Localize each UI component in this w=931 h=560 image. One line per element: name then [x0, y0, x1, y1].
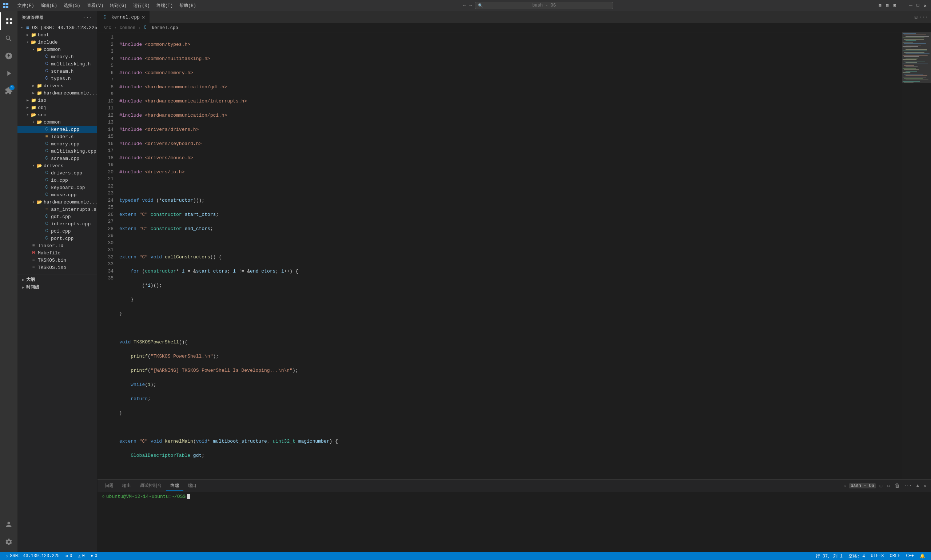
- tree-obj[interactable]: ▶ 📁 obj: [17, 104, 97, 111]
- status-ssh[interactable]: ⚡ SSH: 43.139.123.225: [3, 554, 63, 559]
- panel-tab-terminal[interactable]: 终端: [166, 481, 183, 491]
- tree-common-src[interactable]: ▾ 📂 common: [17, 118, 97, 126]
- tree-port-cpp[interactable]: ▶ C port.cpp: [17, 235, 97, 242]
- timeline-section[interactable]: ▶ 时间线: [17, 283, 97, 291]
- breadcrumb-src[interactable]: src: [103, 25, 111, 31]
- activity-run[interactable]: [0, 65, 17, 82]
- tree-scream-cpp[interactable]: ▶ C scream.cpp: [17, 155, 97, 162]
- tree-hwcomm-src[interactable]: ▾ 📂 hardwarecommunic...: [17, 198, 97, 206]
- file-makefile-label: Makefile: [38, 251, 60, 256]
- tree-include[interactable]: ▾ 📂 include: [17, 38, 97, 46]
- panel-split-btn[interactable]: ⊡: [842, 483, 848, 489]
- status-position[interactable]: 行 37, 列 1: [813, 553, 846, 559]
- drivers-inc-arrow: ▶: [31, 83, 36, 89]
- kill-terminal-btn[interactable]: 🗑: [893, 482, 901, 489]
- more-actions-btn[interactable]: ···: [919, 14, 928, 20]
- folder-obj-label: obj: [38, 105, 46, 111]
- tree-memory-h[interactable]: ▶ C memory.h: [17, 53, 97, 60]
- tree-memory-cpp[interactable]: ▶ C memory.cpp: [17, 140, 97, 148]
- status-eol[interactable]: CRLF: [887, 554, 903, 558]
- svg-rect-2: [3, 6, 5, 8]
- split-terminal-btn[interactable]: ⊟: [886, 483, 891, 489]
- close-panel-btn[interactable]: ✕: [922, 482, 928, 490]
- activity-extensions[interactable]: 1: [0, 82, 17, 100]
- status-errors[interactable]: ⊗ 0: [63, 554, 75, 559]
- menu-help[interactable]: 帮助(H): [176, 2, 199, 9]
- folder-boot-label: boot: [38, 32, 49, 38]
- tree-multitasking-h[interactable]: ▶ C multitasking.h: [17, 60, 97, 68]
- tree-linker-ld[interactable]: ▶ ≡ linker.ld: [17, 242, 97, 249]
- activity-settings[interactable]: [0, 533, 17, 551]
- tree-multitasking-cpp[interactable]: ▶ C multitasking.cpp: [17, 148, 97, 155]
- tree-keyboard-cpp[interactable]: ▶ C keyboard.cpp: [17, 184, 97, 191]
- code-editor[interactable]: 12345 678910 1112131415 1617181920 21222…: [97, 32, 931, 479]
- activity-explorer[interactable]: [0, 12, 17, 30]
- maximize-panel-btn[interactable]: ▲: [915, 482, 920, 489]
- tree-loader-s[interactable]: ▶ ≡ loader.s: [17, 133, 97, 140]
- tab-close-btn[interactable]: ✕: [142, 14, 145, 20]
- tree-tkskos-iso[interactable]: ▶ ≡ TKSKOS.iso: [17, 264, 97, 271]
- tree-io-cpp[interactable]: ▶ C io.cpp: [17, 177, 97, 184]
- layout-btn-3[interactable]: ⊠: [892, 3, 897, 8]
- line-numbers: 12345 678910 1112131415 1617181920 21222…: [97, 32, 116, 479]
- tree-common-inc[interactable]: ▾ 📂 common: [17, 46, 97, 53]
- boot-arrow: ▶: [25, 32, 31, 38]
- panel-tab-ports[interactable]: 端口: [183, 481, 201, 491]
- status-spaces[interactable]: 空格: 4: [846, 553, 868, 559]
- panel-tab-debug[interactable]: 调试控制台: [135, 481, 166, 491]
- tree-pci-cpp[interactable]: ▶ C pci.cpp: [17, 228, 97, 235]
- menu-view[interactable]: 查看(V): [84, 2, 107, 9]
- code-content[interactable]: #include <common/types.h> #include <comm…: [116, 32, 902, 479]
- tree-kernel-cpp[interactable]: ▶ C kernel.cpp: [17, 126, 97, 133]
- tree-boot[interactable]: ▶ 📁 boot: [17, 31, 97, 38]
- status-notifications-btn[interactable]: 🔔: [917, 554, 928, 559]
- sidebar-more-btn[interactable]: ···: [83, 15, 93, 20]
- restore-btn[interactable]: □: [915, 3, 921, 8]
- breadcrumb-common[interactable]: common: [120, 25, 135, 31]
- menu-edit[interactable]: 编辑(E): [38, 2, 60, 9]
- activity-search[interactable]: [0, 30, 17, 47]
- breadcrumb-file[interactable]: kernel.cpp: [152, 25, 178, 31]
- tree-tkskos-bin[interactable]: ▶ ≡ TKSKOS.bin: [17, 257, 97, 264]
- add-terminal-btn[interactable]: ⊞: [877, 482, 885, 490]
- tree-drivers-inc[interactable]: ▶ 📁 drivers: [17, 82, 97, 89]
- close-btn[interactable]: ✕: [922, 3, 928, 8]
- menu-goto[interactable]: 转到(G): [107, 2, 130, 9]
- menu-select[interactable]: 选择(S): [61, 2, 83, 9]
- panel-tab-output[interactable]: 输出: [118, 481, 135, 491]
- activity-git[interactable]: [0, 47, 17, 65]
- tree-root[interactable]: ▾ ⊞ OS [SSH: 43.139.123.225]: [17, 24, 97, 31]
- menu-terminal[interactable]: 终端(T): [153, 2, 176, 9]
- tree-gdt-cpp[interactable]: ▶ C gdt.cpp: [17, 213, 97, 220]
- status-encoding[interactable]: UTF-8: [868, 554, 887, 558]
- tree-types-h[interactable]: ▶ C types.h: [17, 75, 97, 82]
- tab-kernel-cpp[interactable]: C kernel.cpp ✕: [97, 11, 150, 24]
- tree-scream-h[interactable]: ▶ C scream.h: [17, 68, 97, 75]
- activity-account[interactable]: [0, 516, 17, 533]
- panel-more-btn[interactable]: ···: [903, 483, 914, 489]
- minimize-btn[interactable]: ─: [908, 3, 914, 8]
- tree-iso[interactable]: ▶ 📁 iso: [17, 97, 97, 104]
- layout-btn-2[interactable]: ⊟: [885, 3, 890, 8]
- tree-asm-interrupts-s[interactable]: ▶ ≡ asm_interrupts.s: [17, 206, 97, 213]
- breadcrumb: src › common › C kernel.cpp: [97, 24, 931, 32]
- tree-src[interactable]: ▾ 📂 src: [17, 111, 97, 118]
- search-box[interactable]: 🔍 bash - OS: [475, 2, 613, 9]
- tree-hwcomm-inc[interactable]: ▶ 📁 hardwarecommunic...: [17, 89, 97, 97]
- folder-obj-icon: 📁: [31, 105, 36, 111]
- split-editor-btn[interactable]: ⊡: [914, 14, 917, 20]
- outline-section[interactable]: ▶ 大纲: [17, 274, 97, 283]
- menu-file[interactable]: 文件(F): [15, 2, 37, 9]
- menu-run[interactable]: 运行(R): [130, 2, 153, 9]
- editor-area: C kernel.cpp ✕ ⊡ ··· src › common › C ke…: [97, 11, 931, 552]
- tree-mouse-cpp[interactable]: ▶ C mouse.cpp: [17, 191, 97, 198]
- status-language[interactable]: C++: [903, 554, 917, 558]
- tree-makefile[interactable]: ▶ M Makefile: [17, 249, 97, 257]
- tree-interrupts-cpp[interactable]: ▶ C interrupts.cpp: [17, 220, 97, 228]
- tree-drivers-cpp[interactable]: ▶ C drivers.cpp: [17, 169, 97, 177]
- panel-tab-problems[interactable]: 问题: [100, 481, 118, 491]
- status-warnings[interactable]: ⚠ 0: [75, 554, 88, 559]
- status-info[interactable]: ♦ 0: [88, 554, 100, 558]
- tree-drivers-src[interactable]: ▾ 📂 drivers: [17, 162, 97, 169]
- layout-btn-1[interactable]: ⊞: [877, 3, 883, 8]
